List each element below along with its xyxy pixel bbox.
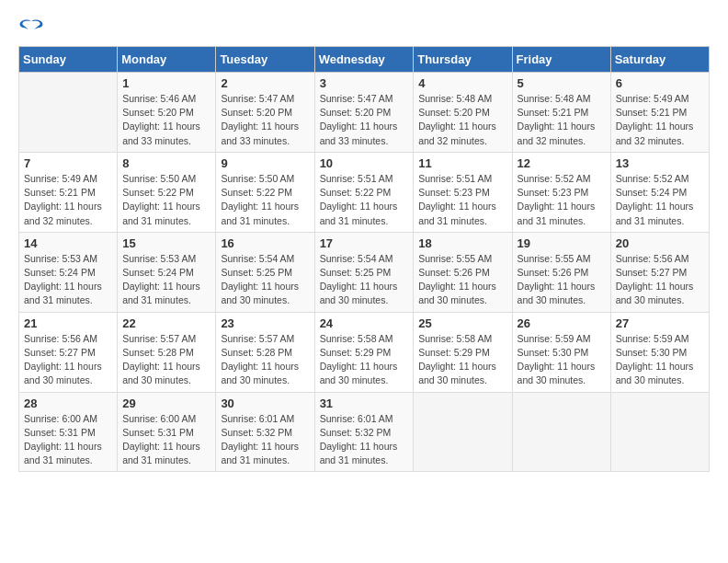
calendar-week-row: 14Sunrise: 5:53 AMSunset: 5:24 PMDayligh… [19, 232, 710, 312]
day-info: Sunrise: 5:47 AMSunset: 5:20 PMDaylight:… [221, 92, 309, 148]
calendar-cell: 21Sunrise: 5:56 AMSunset: 5:27 PMDayligh… [19, 312, 118, 392]
calendar-cell: 19Sunrise: 5:55 AMSunset: 5:26 PMDayligh… [512, 232, 610, 312]
day-info: Sunrise: 5:48 AMSunset: 5:20 PMDaylight:… [418, 92, 506, 148]
calendar-cell: 30Sunrise: 6:01 AMSunset: 5:32 PMDayligh… [216, 392, 314, 472]
day-info: Sunrise: 5:54 AMSunset: 5:25 PMDaylight:… [320, 252, 409, 308]
day-info: Sunrise: 5:49 AMSunset: 5:21 PMDaylight:… [616, 92, 704, 148]
day-info: Sunrise: 5:58 AMSunset: 5:29 PMDaylight:… [418, 332, 506, 388]
calendar-cell [512, 392, 610, 472]
day-number: 17 [320, 236, 409, 250]
day-info: Sunrise: 5:48 AMSunset: 5:21 PMDaylight:… [518, 92, 606, 148]
day-number: 21 [24, 316, 112, 330]
day-number: 12 [518, 156, 606, 170]
calendar-cell [414, 392, 512, 472]
column-header-thursday: Thursday [414, 47, 512, 73]
day-number: 28 [24, 396, 112, 410]
calendar-cell: 16Sunrise: 5:54 AMSunset: 5:25 PMDayligh… [216, 232, 314, 312]
day-info: Sunrise: 5:50 AMSunset: 5:22 PMDaylight:… [122, 172, 210, 228]
calendar-cell: 18Sunrise: 5:55 AMSunset: 5:26 PMDayligh… [414, 232, 512, 312]
day-info: Sunrise: 5:54 AMSunset: 5:25 PMDaylight:… [221, 252, 309, 308]
calendar-cell: 9Sunrise: 5:50 AMSunset: 5:22 PMDaylight… [216, 152, 314, 232]
day-info: Sunrise: 6:00 AMSunset: 5:31 PMDaylight:… [24, 412, 112, 468]
column-header-saturday: Saturday [610, 47, 709, 73]
day-number: 19 [518, 236, 606, 250]
calendar-cell: 15Sunrise: 5:53 AMSunset: 5:24 PMDayligh… [118, 232, 216, 312]
calendar-cell: 4Sunrise: 5:48 AMSunset: 5:20 PMDaylight… [414, 73, 512, 153]
day-info: Sunrise: 5:58 AMSunset: 5:29 PMDaylight:… [320, 332, 409, 388]
day-number: 1 [122, 76, 210, 90]
day-number: 14 [24, 236, 112, 250]
day-number: 6 [616, 76, 704, 90]
day-number: 15 [122, 236, 210, 250]
day-number: 20 [616, 236, 704, 250]
day-info: Sunrise: 5:53 AMSunset: 5:24 PMDaylight:… [122, 252, 210, 308]
day-number: 24 [320, 316, 409, 330]
calendar-cell: 6Sunrise: 5:49 AMSunset: 5:21 PMDaylight… [610, 73, 709, 153]
day-info: Sunrise: 5:46 AMSunset: 5:20 PMDaylight:… [122, 92, 210, 148]
calendar-week-row: 21Sunrise: 5:56 AMSunset: 5:27 PMDayligh… [19, 312, 710, 392]
day-number: 22 [122, 316, 210, 330]
calendar-cell: 20Sunrise: 5:56 AMSunset: 5:27 PMDayligh… [610, 232, 709, 312]
calendar-cell: 3Sunrise: 5:47 AMSunset: 5:20 PMDaylight… [314, 73, 414, 153]
calendar-cell [610, 392, 709, 472]
day-info: Sunrise: 5:52 AMSunset: 5:23 PMDaylight:… [518, 172, 606, 228]
column-header-tuesday: Tuesday [216, 47, 314, 73]
calendar-body: 1Sunrise: 5:46 AMSunset: 5:20 PMDaylight… [19, 73, 710, 472]
day-info: Sunrise: 5:53 AMSunset: 5:24 PMDaylight:… [24, 252, 112, 308]
day-info: Sunrise: 5:56 AMSunset: 5:27 PMDaylight:… [24, 332, 112, 388]
day-number: 4 [418, 76, 506, 90]
calendar-cell: 31Sunrise: 6:01 AMSunset: 5:32 PMDayligh… [314, 392, 414, 472]
calendar-cell: 2Sunrise: 5:47 AMSunset: 5:20 PMDaylight… [216, 73, 314, 153]
calendar-cell: 24Sunrise: 5:58 AMSunset: 5:29 PMDayligh… [314, 312, 414, 392]
calendar-cell: 12Sunrise: 5:52 AMSunset: 5:23 PMDayligh… [512, 152, 610, 232]
day-info: Sunrise: 6:01 AMSunset: 5:32 PMDaylight:… [320, 412, 409, 468]
day-info: Sunrise: 5:57 AMSunset: 5:28 PMDaylight:… [122, 332, 210, 388]
page-header [18, 18, 710, 39]
calendar-cell: 11Sunrise: 5:51 AMSunset: 5:23 PMDayligh… [414, 152, 512, 232]
calendar-cell: 25Sunrise: 5:58 AMSunset: 5:29 PMDayligh… [414, 312, 512, 392]
day-number: 18 [418, 236, 506, 250]
calendar-cell: 1Sunrise: 5:46 AMSunset: 5:20 PMDaylight… [118, 73, 216, 153]
calendar-cell: 7Sunrise: 5:49 AMSunset: 5:21 PMDaylight… [19, 152, 118, 232]
calendar-cell: 28Sunrise: 6:00 AMSunset: 5:31 PMDayligh… [19, 392, 118, 472]
day-number: 26 [518, 316, 606, 330]
day-number: 5 [518, 76, 606, 90]
calendar-cell: 22Sunrise: 5:57 AMSunset: 5:28 PMDayligh… [118, 312, 216, 392]
day-number: 3 [320, 76, 409, 90]
day-number: 13 [616, 156, 704, 170]
column-header-wednesday: Wednesday [314, 47, 414, 73]
day-info: Sunrise: 5:59 AMSunset: 5:30 PMDaylight:… [616, 332, 704, 388]
logo [18, 18, 48, 39]
calendar-cell: 23Sunrise: 5:57 AMSunset: 5:28 PMDayligh… [216, 312, 314, 392]
day-info: Sunrise: 5:57 AMSunset: 5:28 PMDaylight:… [221, 332, 309, 388]
day-number: 9 [221, 156, 309, 170]
day-number: 10 [320, 156, 409, 170]
calendar-table: SundayMondayTuesdayWednesdayThursdayFrid… [18, 46, 710, 472]
day-number: 23 [221, 316, 309, 330]
day-number: 27 [616, 316, 704, 330]
column-header-sunday: Sunday [19, 47, 118, 73]
day-info: Sunrise: 5:49 AMSunset: 5:21 PMDaylight:… [24, 172, 112, 228]
day-number: 29 [122, 396, 210, 410]
calendar-header-row: SundayMondayTuesdayWednesdayThursdayFrid… [19, 47, 710, 73]
day-number: 2 [221, 76, 309, 90]
day-info: Sunrise: 5:51 AMSunset: 5:22 PMDaylight:… [320, 172, 409, 228]
calendar-week-row: 1Sunrise: 5:46 AMSunset: 5:20 PMDaylight… [19, 73, 710, 153]
day-info: Sunrise: 5:47 AMSunset: 5:20 PMDaylight:… [320, 92, 409, 148]
calendar-cell: 26Sunrise: 5:59 AMSunset: 5:30 PMDayligh… [512, 312, 610, 392]
day-number: 11 [418, 156, 506, 170]
day-number: 16 [221, 236, 309, 250]
calendar-cell: 14Sunrise: 5:53 AMSunset: 5:24 PMDayligh… [19, 232, 118, 312]
day-info: Sunrise: 6:00 AMSunset: 5:31 PMDaylight:… [122, 412, 210, 468]
calendar-cell: 13Sunrise: 5:52 AMSunset: 5:24 PMDayligh… [610, 152, 709, 232]
calendar-cell: 5Sunrise: 5:48 AMSunset: 5:21 PMDaylight… [512, 73, 610, 153]
calendar-cell: 27Sunrise: 5:59 AMSunset: 5:30 PMDayligh… [610, 312, 709, 392]
day-info: Sunrise: 5:52 AMSunset: 5:24 PMDaylight:… [616, 172, 704, 228]
day-info: Sunrise: 5:51 AMSunset: 5:23 PMDaylight:… [418, 172, 506, 228]
calendar-week-row: 7Sunrise: 5:49 AMSunset: 5:21 PMDaylight… [19, 152, 710, 232]
day-number: 31 [320, 396, 409, 410]
day-info: Sunrise: 5:50 AMSunset: 5:22 PMDaylight:… [221, 172, 309, 228]
day-number: 8 [122, 156, 210, 170]
column-header-friday: Friday [512, 47, 610, 73]
day-number: 30 [221, 396, 309, 410]
